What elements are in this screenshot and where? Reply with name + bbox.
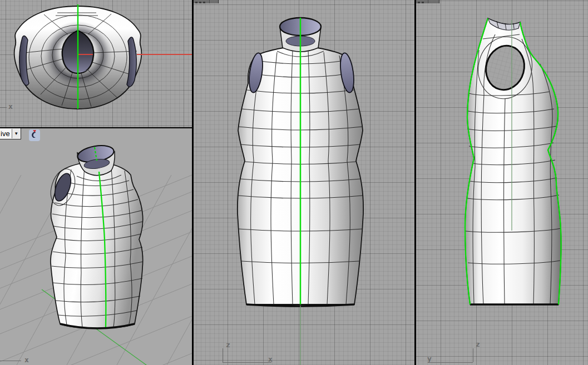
right-axis-z-label: z: [476, 341, 480, 348]
front-view-canvas: [194, 0, 414, 365]
perspective-model[interactable]: [46, 143, 143, 328]
front-viewport[interactable]: z x: [194, 0, 414, 365]
perspective-viewport-tab[interactable]: ive ▼: [0, 128, 21, 139]
right-axis-y-label: y: [427, 355, 432, 362]
top-axis-x-label: x: [8, 103, 13, 110]
tab-text-fragment: [418, 2, 420, 3]
tab-separator: [209, 0, 210, 3]
persp-axis-tick: [0, 361, 21, 361]
right-viewport-tab-cutoff[interactable]: [416, 0, 439, 3]
right-viewport[interactable]: z y: [416, 0, 588, 365]
top-viewport[interactable]: x: [0, 0, 192, 127]
front-axis-z-label: z: [226, 341, 230, 348]
perspective-canvas: [0, 128, 192, 365]
perspective-tab-label: ive: [0, 129, 12, 139]
front-axis-x-line: [223, 362, 271, 363]
tab-separator: [428, 0, 428, 3]
tab-text-fragment: [422, 2, 424, 3]
right-view-model[interactable]: [465, 18, 561, 304]
top-axis-tick: [0, 107, 7, 108]
right-axis-z-line: [473, 348, 473, 362]
rotate-view-icon[interactable]: [29, 129, 40, 141]
front-viewport-tab-cutoff[interactable]: [194, 0, 219, 3]
rotate-view-glyph: [29, 129, 38, 139]
tab-text-fragment: [199, 2, 201, 3]
tab-text-fragment: [203, 2, 205, 3]
front-axis-x-label: x: [268, 356, 273, 363]
front-axis-z-line: [223, 348, 223, 363]
right-axis-y-line: [428, 362, 473, 363]
persp-axis-x-label: x: [24, 356, 29, 363]
top-view-canvas: [0, 0, 192, 127]
chevron-down-icon[interactable]: ▼: [12, 129, 21, 138]
tab-text-fragment: [195, 2, 197, 3]
perspective-viewport[interactable]: ive ▼ x: [0, 128, 192, 365]
right-view-canvas: [416, 0, 588, 365]
